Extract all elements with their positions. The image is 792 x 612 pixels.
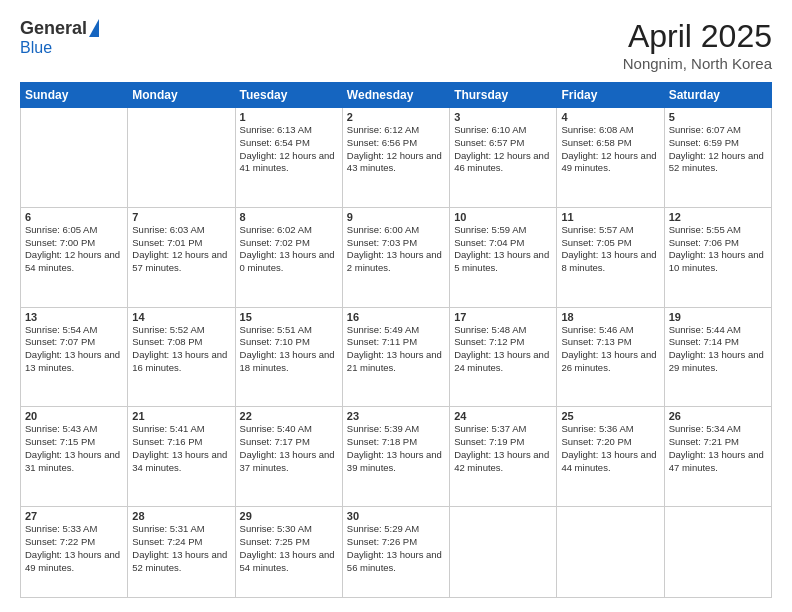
calendar-cell xyxy=(664,507,771,598)
day-info: Sunrise: 5:30 AM Sunset: 7:25 PM Dayligh… xyxy=(240,523,338,574)
header: General Blue April 2025 Nongnim, North K… xyxy=(20,18,772,72)
day-number: 22 xyxy=(240,410,338,422)
day-info: Sunrise: 5:34 AM Sunset: 7:21 PM Dayligh… xyxy=(669,423,767,474)
day-number: 30 xyxy=(347,510,445,522)
day-number: 24 xyxy=(454,410,552,422)
calendar-cell: 21Sunrise: 5:41 AM Sunset: 7:16 PM Dayli… xyxy=(128,407,235,507)
day-of-week-header: Monday xyxy=(128,83,235,108)
day-info: Sunrise: 5:51 AM Sunset: 7:10 PM Dayligh… xyxy=(240,324,338,375)
day-info: Sunrise: 6:02 AM Sunset: 7:02 PM Dayligh… xyxy=(240,224,338,275)
day-info: Sunrise: 6:13 AM Sunset: 6:54 PM Dayligh… xyxy=(240,124,338,175)
day-number: 26 xyxy=(669,410,767,422)
day-number: 20 xyxy=(25,410,123,422)
day-info: Sunrise: 5:43 AM Sunset: 7:15 PM Dayligh… xyxy=(25,423,123,474)
calendar-week-row: 6Sunrise: 6:05 AM Sunset: 7:00 PM Daylig… xyxy=(21,207,772,307)
day-of-week-header: Sunday xyxy=(21,83,128,108)
calendar-cell: 18Sunrise: 5:46 AM Sunset: 7:13 PM Dayli… xyxy=(557,307,664,407)
day-info: Sunrise: 5:59 AM Sunset: 7:04 PM Dayligh… xyxy=(454,224,552,275)
calendar-cell: 27Sunrise: 5:33 AM Sunset: 7:22 PM Dayli… xyxy=(21,507,128,598)
day-info: Sunrise: 5:36 AM Sunset: 7:20 PM Dayligh… xyxy=(561,423,659,474)
calendar-cell: 20Sunrise: 5:43 AM Sunset: 7:15 PM Dayli… xyxy=(21,407,128,507)
day-number: 18 xyxy=(561,311,659,323)
calendar-cell: 14Sunrise: 5:52 AM Sunset: 7:08 PM Dayli… xyxy=(128,307,235,407)
calendar-week-row: 1Sunrise: 6:13 AM Sunset: 6:54 PM Daylig… xyxy=(21,108,772,208)
calendar-cell: 6Sunrise: 6:05 AM Sunset: 7:00 PM Daylig… xyxy=(21,207,128,307)
logo-blue: Blue xyxy=(20,39,52,57)
calendar-cell: 10Sunrise: 5:59 AM Sunset: 7:04 PM Dayli… xyxy=(450,207,557,307)
day-info: Sunrise: 5:40 AM Sunset: 7:17 PM Dayligh… xyxy=(240,423,338,474)
calendar-cell: 8Sunrise: 6:02 AM Sunset: 7:02 PM Daylig… xyxy=(235,207,342,307)
calendar-cell: 28Sunrise: 5:31 AM Sunset: 7:24 PM Dayli… xyxy=(128,507,235,598)
day-info: Sunrise: 6:07 AM Sunset: 6:59 PM Dayligh… xyxy=(669,124,767,175)
calendar-cell: 26Sunrise: 5:34 AM Sunset: 7:21 PM Dayli… xyxy=(664,407,771,507)
day-info: Sunrise: 5:57 AM Sunset: 7:05 PM Dayligh… xyxy=(561,224,659,275)
calendar-cell: 5Sunrise: 6:07 AM Sunset: 6:59 PM Daylig… xyxy=(664,108,771,208)
day-number: 16 xyxy=(347,311,445,323)
calendar-cell: 22Sunrise: 5:40 AM Sunset: 7:17 PM Dayli… xyxy=(235,407,342,507)
logo-triangle-icon xyxy=(89,19,99,37)
day-number: 7 xyxy=(132,211,230,223)
logo: General Blue xyxy=(20,18,99,57)
day-number: 1 xyxy=(240,111,338,123)
day-number: 3 xyxy=(454,111,552,123)
day-info: Sunrise: 5:52 AM Sunset: 7:08 PM Dayligh… xyxy=(132,324,230,375)
calendar-cell: 24Sunrise: 5:37 AM Sunset: 7:19 PM Dayli… xyxy=(450,407,557,507)
calendar-cell: 1Sunrise: 6:13 AM Sunset: 6:54 PM Daylig… xyxy=(235,108,342,208)
day-info: Sunrise: 5:54 AM Sunset: 7:07 PM Dayligh… xyxy=(25,324,123,375)
day-number: 27 xyxy=(25,510,123,522)
day-number: 6 xyxy=(25,211,123,223)
day-number: 25 xyxy=(561,410,659,422)
day-number: 12 xyxy=(669,211,767,223)
logo-text: General xyxy=(20,18,99,39)
calendar-cell xyxy=(128,108,235,208)
calendar-cell: 16Sunrise: 5:49 AM Sunset: 7:11 PM Dayli… xyxy=(342,307,449,407)
day-info: Sunrise: 6:08 AM Sunset: 6:58 PM Dayligh… xyxy=(561,124,659,175)
day-of-week-header: Wednesday xyxy=(342,83,449,108)
calendar-cell xyxy=(21,108,128,208)
day-info: Sunrise: 6:05 AM Sunset: 7:00 PM Dayligh… xyxy=(25,224,123,275)
day-info: Sunrise: 5:37 AM Sunset: 7:19 PM Dayligh… xyxy=(454,423,552,474)
calendar-cell: 29Sunrise: 5:30 AM Sunset: 7:25 PM Dayli… xyxy=(235,507,342,598)
day-number: 23 xyxy=(347,410,445,422)
day-info: Sunrise: 5:55 AM Sunset: 7:06 PM Dayligh… xyxy=(669,224,767,275)
month-year: April 2025 xyxy=(623,18,772,55)
day-of-week-header: Saturday xyxy=(664,83,771,108)
calendar-cell: 4Sunrise: 6:08 AM Sunset: 6:58 PM Daylig… xyxy=(557,108,664,208)
day-info: Sunrise: 6:03 AM Sunset: 7:01 PM Dayligh… xyxy=(132,224,230,275)
day-of-week-header: Tuesday xyxy=(235,83,342,108)
day-number: 8 xyxy=(240,211,338,223)
calendar-cell: 11Sunrise: 5:57 AM Sunset: 7:05 PM Dayli… xyxy=(557,207,664,307)
calendar-cell xyxy=(450,507,557,598)
calendar-body: 1Sunrise: 6:13 AM Sunset: 6:54 PM Daylig… xyxy=(21,108,772,598)
calendar-cell: 30Sunrise: 5:29 AM Sunset: 7:26 PM Dayli… xyxy=(342,507,449,598)
day-number: 21 xyxy=(132,410,230,422)
calendar-cell: 23Sunrise: 5:39 AM Sunset: 7:18 PM Dayli… xyxy=(342,407,449,507)
calendar-week-row: 27Sunrise: 5:33 AM Sunset: 7:22 PM Dayli… xyxy=(21,507,772,598)
day-info: Sunrise: 5:39 AM Sunset: 7:18 PM Dayligh… xyxy=(347,423,445,474)
day-number: 14 xyxy=(132,311,230,323)
day-info: Sunrise: 5:48 AM Sunset: 7:12 PM Dayligh… xyxy=(454,324,552,375)
day-info: Sunrise: 6:00 AM Sunset: 7:03 PM Dayligh… xyxy=(347,224,445,275)
calendar-cell: 25Sunrise: 5:36 AM Sunset: 7:20 PM Dayli… xyxy=(557,407,664,507)
calendar-cell xyxy=(557,507,664,598)
day-info: Sunrise: 5:41 AM Sunset: 7:16 PM Dayligh… xyxy=(132,423,230,474)
calendar-cell: 3Sunrise: 6:10 AM Sunset: 6:57 PM Daylig… xyxy=(450,108,557,208)
day-number: 19 xyxy=(669,311,767,323)
page: General Blue April 2025 Nongnim, North K… xyxy=(0,0,792,612)
day-info: Sunrise: 6:12 AM Sunset: 6:56 PM Dayligh… xyxy=(347,124,445,175)
day-of-week-header: Thursday xyxy=(450,83,557,108)
day-info: Sunrise: 5:46 AM Sunset: 7:13 PM Dayligh… xyxy=(561,324,659,375)
day-number: 9 xyxy=(347,211,445,223)
logo-general: General xyxy=(20,18,87,39)
calendar-header: SundayMondayTuesdayWednesdayThursdayFrid… xyxy=(21,83,772,108)
location: Nongnim, North Korea xyxy=(623,55,772,72)
calendar-cell: 17Sunrise: 5:48 AM Sunset: 7:12 PM Dayli… xyxy=(450,307,557,407)
day-info: Sunrise: 5:49 AM Sunset: 7:11 PM Dayligh… xyxy=(347,324,445,375)
day-info: Sunrise: 5:44 AM Sunset: 7:14 PM Dayligh… xyxy=(669,324,767,375)
day-number: 28 xyxy=(132,510,230,522)
calendar-week-row: 13Sunrise: 5:54 AM Sunset: 7:07 PM Dayli… xyxy=(21,307,772,407)
calendar-table: SundayMondayTuesdayWednesdayThursdayFrid… xyxy=(20,82,772,598)
calendar-week-row: 20Sunrise: 5:43 AM Sunset: 7:15 PM Dayli… xyxy=(21,407,772,507)
day-number: 17 xyxy=(454,311,552,323)
day-of-week-header: Friday xyxy=(557,83,664,108)
